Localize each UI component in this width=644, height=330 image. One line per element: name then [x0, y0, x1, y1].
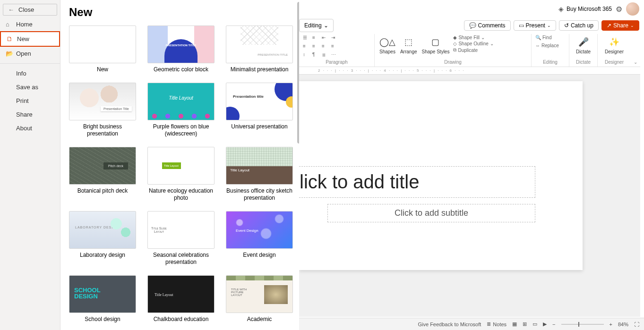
replace-button[interactable]: ↔ Replace	[535, 43, 565, 48]
settings-gear-icon[interactable]: ⚙	[616, 5, 622, 14]
template-seasonal[interactable]: Title Slide Layout Seasonal celebrations…	[147, 211, 215, 266]
sidebar-share-label: Share	[16, 111, 33, 118]
sidebar-item-open[interactable]: 📂 Open	[0, 47, 60, 60]
dictate-label: Dictate	[576, 49, 591, 54]
dictate-button[interactable]: 🎤 Dictate	[573, 35, 593, 55]
paragraph-group-label: Paragraph	[303, 59, 370, 66]
view-normal-icon[interactable]: ▦	[512, 321, 517, 327]
diamond-icon: ◈	[558, 5, 564, 13]
present-icon: ▭	[519, 22, 524, 29]
present-button[interactable]: ▭ Present ⌄	[514, 20, 556, 31]
template-thumb	[226, 275, 293, 313]
drawing-group-label: Drawing	[378, 59, 527, 66]
sidebar-item-info[interactable]: Info	[0, 67, 60, 80]
template-label: Chalkboard education	[154, 316, 209, 323]
duplicate-button[interactable]: ⧉ Duplicate	[453, 47, 493, 53]
sidebar-open-label: Open	[16, 50, 31, 57]
shapes-label: Shapes	[379, 49, 395, 54]
shapes-button[interactable]: ◯△ Shapes	[378, 35, 396, 55]
template-label: Academic	[247, 316, 272, 323]
title-placeholder[interactable]: lick to add title	[299, 166, 535, 198]
template-school[interactable]: School design	[69, 275, 136, 323]
align-center-icon[interactable]: ≡	[312, 43, 320, 50]
line-spacing-icon[interactable]: ↕	[303, 52, 310, 59]
template-nature-ecology[interactable]: Title Layout Nature ecology education ph…	[147, 147, 215, 202]
sidebar-new-label: New	[17, 35, 29, 42]
template-thumb	[147, 275, 215, 313]
template-label: Business office city sketch presentation	[226, 187, 293, 202]
title-toolbar: 💬 Comments ▭ Present ⌄ ↺ Catch up ↗ Shar…	[299, 19, 639, 32]
indent-decrease-icon[interactable]: ⇤	[322, 35, 329, 42]
template-chalkboard[interactable]: Chalkboard education	[147, 275, 215, 323]
indent-increase-icon[interactable]: ⇥	[331, 35, 339, 42]
shape-outline-button[interactable]: ◇ Shape Outline ⌄	[453, 41, 493, 46]
template-label: School design	[85, 316, 120, 323]
designer-label: Designer	[605, 49, 624, 54]
slide-canvas[interactable]: lick to add title Click to add subtitle	[299, 81, 583, 270]
fit-to-window-icon[interactable]: ⛶	[634, 322, 639, 327]
text-direction-icon[interactable]: ¶	[312, 52, 320, 59]
template-botanical[interactable]: Botanical pitch deck	[69, 147, 136, 202]
template-blank[interactable]: New	[69, 25, 136, 73]
template-scrollbar[interactable]	[297, 2, 299, 210]
arrange-button[interactable]: ⬚ Arrange	[399, 35, 418, 55]
sidebar-item-print[interactable]: Print	[0, 94, 60, 108]
justify-icon[interactable]: ≡	[331, 43, 339, 50]
arrange-icon: ⬚	[403, 36, 415, 48]
sidebar-separator	[0, 63, 60, 64]
template-laboratory[interactable]: Laboratory design	[69, 211, 136, 266]
template-label: New	[97, 66, 108, 73]
align-left-icon[interactable]: ≡	[303, 43, 310, 50]
ribbon-expand-icon[interactable]: ⌄	[634, 59, 637, 65]
zoom-slider[interactable]	[561, 324, 604, 325]
template-thumb	[69, 147, 136, 185]
template-bright-business[interactable]: Bright business presentation	[69, 83, 136, 137]
template-business-city[interactable]: Business office city sketch presentation	[226, 147, 293, 202]
sidebar-item-close[interactable]: ← Close	[3, 4, 57, 16]
zoom-percent[interactable]: 84%	[618, 322, 628, 327]
zoom-out-icon[interactable]: −	[552, 322, 555, 327]
template-label: Purple flowers on blue (widescreen)	[147, 123, 215, 137]
bullets-icon[interactable]: ☰	[303, 35, 310, 42]
view-slideshow-icon[interactable]: ▶	[543, 321, 547, 327]
template-academic[interactable]: Academic	[226, 275, 293, 323]
more-paragraph-icon[interactable]: ⋯	[331, 52, 339, 59]
buy-microsoft-365[interactable]: ◈ Buy Microsoft 365	[558, 5, 612, 13]
view-reading-icon[interactable]: ▭	[532, 321, 537, 327]
sidebar-item-about[interactable]: About	[0, 121, 60, 135]
shape-fill-button[interactable]: ◆ Shape Fill ⌄	[453, 35, 493, 40]
numbering-icon[interactable]: ≡	[312, 35, 320, 42]
arrange-label: Arrange	[400, 49, 417, 54]
template-minimalist[interactable]: Minimalist presentation	[226, 25, 293, 73]
horizontal-ruler: 2 · · · | · · · 3 · · · | · · · 4 · · · …	[299, 67, 640, 75]
share-icon: ↗	[607, 22, 611, 29]
template-event[interactable]: Event design	[226, 211, 293, 266]
chevron-down-icon: ⌄	[630, 23, 634, 28]
new-file-icon: 🗋	[7, 35, 13, 42]
subtitle-placeholder[interactable]: Click to add subtitle	[327, 204, 535, 222]
feedback-link[interactable]: Give Feedback to Microsoft	[418, 322, 481, 327]
zoom-in-icon[interactable]: +	[610, 322, 612, 327]
template-universal[interactable]: Presentation title Universal presentatio…	[226, 83, 293, 137]
align-right-icon[interactable]: ≡	[322, 43, 329, 50]
sidebar-item-home[interactable]: ⌂ Home	[0, 17, 60, 31]
scrollbar-thumb[interactable]	[297, 2, 299, 144]
user-avatar[interactable]	[626, 2, 639, 16]
share-button[interactable]: ↗ Share ⌄	[601, 20, 639, 31]
sidebar-item-save-as[interactable]: Save as	[0, 80, 60, 94]
designer-button[interactable]: ✨ Designer	[601, 35, 627, 55]
sidebar-item-share[interactable]: Share	[0, 108, 60, 121]
notes-toggle[interactable]: ≣ Notes	[487, 321, 507, 327]
find-button[interactable]: 🔍 Find	[535, 35, 565, 40]
columns-icon[interactable]: ⫼	[322, 52, 329, 59]
template-thumb	[69, 275, 136, 313]
template-label: Botanical pitch deck	[77, 187, 128, 195]
template-purple-flowers[interactable]: Purple flowers on blue (widescreen)	[147, 83, 215, 137]
template-geometric[interactable]: Geometric color block	[147, 25, 215, 73]
shape-styles-button[interactable]: ▢ Shape Styles	[421, 35, 451, 55]
view-sorter-icon[interactable]: ⊞	[523, 321, 527, 327]
sidebar-info-label: Info	[16, 70, 26, 77]
catch-up-button[interactable]: ↺ Catch up	[559, 20, 599, 31]
comments-button[interactable]: 💬 Comments	[464, 20, 511, 31]
sidebar-item-new[interactable]: 🗋 New	[0, 31, 60, 47]
